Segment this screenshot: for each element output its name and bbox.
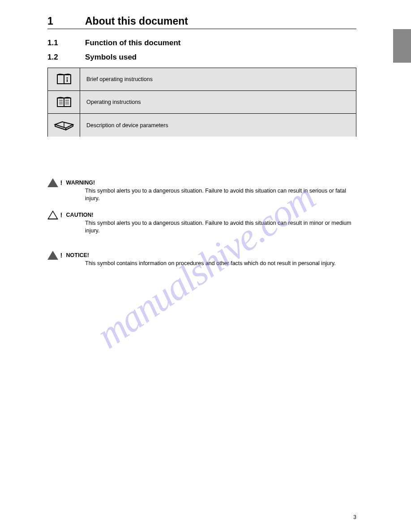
- page-number: 3: [353, 514, 356, 520]
- warning-triangle-icon: [47, 178, 58, 187]
- exclamation-icon: !: [60, 252, 62, 259]
- document-page: manualshive.com 1 About this document 1.…: [0, 0, 411, 532]
- section-number: 1: [47, 15, 53, 27]
- notice-label: NOTICE!: [66, 252, 89, 258]
- symbol-table: Brief operating instructions Operating i…: [47, 68, 356, 137]
- warning-text: This symbol alerts you to a dangerous si…: [47, 187, 356, 202]
- caution-triangle-icon: [47, 210, 58, 219]
- warning-block: ! WARNING! This symbol alerts you to a d…: [47, 178, 356, 202]
- subsection-title-1-2: Symbols used: [85, 53, 137, 62]
- row-label: Description of device parameters: [80, 114, 356, 137]
- notice-triangle-icon: [47, 251, 58, 260]
- svg-point-2: [66, 77, 68, 79]
- section-title: About this document: [85, 15, 188, 27]
- notice-text: This symbol contains information on proc…: [47, 260, 356, 267]
- table-row: Operating instructions: [48, 91, 356, 114]
- caution-block: ! CAUTION! This symbol alerts you to a d…: [47, 210, 356, 235]
- header-rule: [47, 29, 356, 29]
- flat-book-icon: [48, 114, 80, 137]
- exclamation-icon: !: [60, 211, 62, 219]
- notice-block: ! NOTICE! This symbol contains informati…: [47, 251, 356, 267]
- exclamation-icon: !: [60, 179, 62, 186]
- subsection-title-1-1: Function of this document: [85, 39, 180, 47]
- row-label: Operating instructions: [80, 91, 356, 113]
- row-label: Brief operating instructions: [80, 68, 356, 90]
- caution-text: This symbol alerts you to a dangerous si…: [47, 219, 356, 235]
- table-row: Brief operating instructions: [48, 68, 356, 91]
- side-tab-marker: [393, 29, 411, 63]
- svg-rect-3: [67, 79, 68, 82]
- subsection-number-1-2: 1.2: [47, 53, 58, 62]
- subsection-number-1-1: 1.1: [47, 39, 58, 47]
- warning-label: WARNING!: [66, 180, 95, 186]
- open-book-icon: [48, 91, 80, 113]
- table-row: Description of device parameters: [48, 114, 356, 137]
- info-book-icon: [48, 68, 80, 90]
- caution-label: CAUTION!: [66, 212, 94, 218]
